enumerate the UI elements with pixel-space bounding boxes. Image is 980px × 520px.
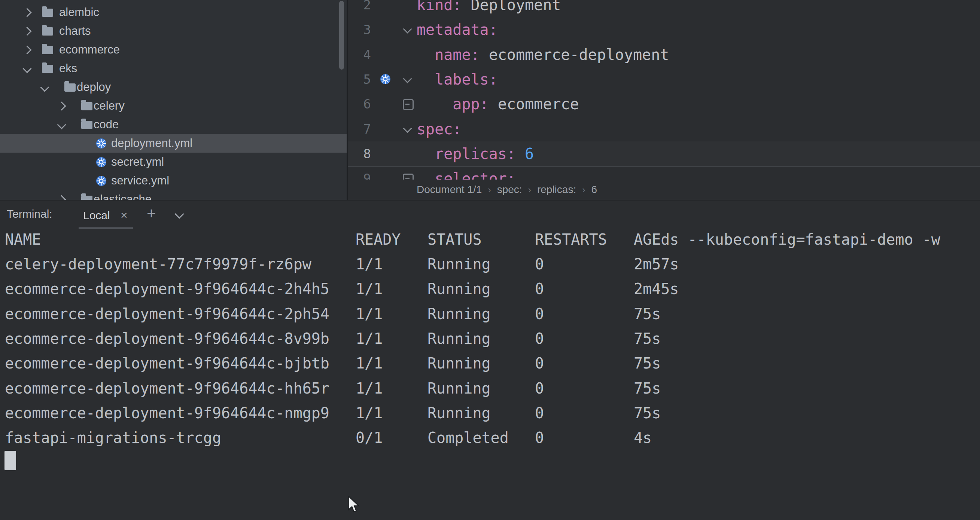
code-text: labels:: [434, 67, 498, 92]
editor-panel[interactable]: 2kind: Deployment3metadata:4name: ecomme…: [348, 0, 980, 200]
fold-chevron-icon[interactable]: [403, 25, 412, 34]
terminal-cell: 0: [535, 301, 544, 326]
terminal-cell: 0: [535, 326, 544, 351]
terminal-header-cell: READY: [356, 227, 401, 252]
terminal-output[interactable]: NAMEREADYSTATUSRESTARTSAGEds --kubeconfi…: [0, 201, 980, 520]
kubernetes-gutter-icon[interactable]: [380, 74, 391, 84]
terminal-row: ecommerce-deployment-9f964644c-2h4h51/1R…: [0, 276, 980, 301]
terminal-cell: 0: [535, 376, 544, 401]
terminal-cell: 1/1: [356, 351, 383, 376]
folder-icon: [81, 102, 92, 110]
terminal-cell: 1/1: [356, 401, 383, 425]
terminal-cell: ecommerce-deployment-9f964644c-hh65r: [5, 376, 329, 401]
collapse-chevron-icon[interactable]: [40, 83, 49, 92]
editor-line-3[interactable]: 3metadata:: [348, 17, 980, 42]
yaml-token-plain: Deployment: [461, 0, 561, 13]
fold-chevron-icon[interactable]: [403, 74, 412, 83]
terminal-cell: ecommerce-deployment-9f964644c-nmgp9: [5, 401, 329, 425]
yaml-token-key: name:: [434, 46, 479, 63]
terminal-row: ecommerce-deployment-9f964644c-2ph541/1R…: [0, 301, 980, 326]
expand-chevron-icon[interactable]: [57, 101, 66, 110]
terminal-cell: 4s: [634, 425, 652, 450]
editor-line-5[interactable]: 5labels:: [348, 67, 980, 92]
breadcrumb: Document 1/1›spec:›replicas:›6: [348, 179, 980, 200]
yaml-token-key: kind:: [417, 0, 461, 13]
terminal-cell: 1/1: [356, 252, 383, 276]
terminal-cell: 0: [535, 252, 544, 276]
terminal-panel[interactable]: Terminal: Local × + NAMEREADYSTATUSRESTA…: [0, 200, 980, 520]
tree-item-label: charts: [59, 22, 91, 40]
breadcrumb-item[interactable]: replicas:: [537, 184, 576, 195]
line-number: 5: [348, 67, 371, 92]
tree-item-eks[interactable]: eks: [0, 59, 347, 78]
terminal-header-cell: NAME: [5, 227, 41, 252]
tree-item-label: code: [94, 115, 119, 134]
expand-chevron-icon[interactable]: [22, 45, 32, 54]
collapse-chevron-icon[interactable]: [57, 120, 66, 129]
terminal-cursor-block: [5, 451, 16, 470]
breadcrumb-item[interactable]: spec:: [497, 184, 522, 195]
tree-item-label: deploy: [77, 78, 111, 97]
terminal-cell: 1/1: [356, 301, 383, 326]
tree-item-alembic[interactable]: alembic: [0, 3, 347, 22]
tree-item-code[interactable]: code: [0, 115, 347, 134]
tree-item-celery[interactable]: celery: [0, 97, 347, 115]
tree-item-label: elasticache: [94, 190, 152, 200]
tree-item-label: secret.yml: [111, 153, 164, 171]
editor-code-area[interactable]: 2kind: Deployment3metadata:4name: ecomme…: [348, 0, 980, 179]
terminal-cell: Running: [428, 252, 491, 276]
tree-item-label: alembic: [59, 3, 99, 22]
breadcrumb-item[interactable]: 6: [592, 184, 597, 195]
fold-region-icon[interactable]: [403, 99, 414, 110]
editor-line-7[interactable]: 7spec:: [348, 117, 980, 141]
terminal-cell: ecommerce-deployment-9f964644c-2ph54: [5, 301, 329, 326]
code-text: app: ecommerce: [453, 92, 579, 116]
editor-line-4[interactable]: 4name: ecommerce-deployment: [348, 42, 980, 67]
kubernetes-file-icon: [96, 138, 107, 149]
expand-chevron-icon[interactable]: [22, 27, 32, 35]
tree-item-charts[interactable]: charts: [0, 22, 347, 40]
terminal-cell: 0: [535, 425, 544, 450]
fold-region-icon[interactable]: [403, 174, 414, 179]
terminal-cell: Running: [428, 376, 491, 401]
yaml-token-key: spec:: [417, 120, 461, 138]
ide-window: alembicchartsecommerceeksdeploycelerycod…: [0, 0, 980, 520]
terminal-header-cell: AGEds --kubeconfig=fastapi-demo -w: [634, 227, 940, 252]
terminal-cell: Running: [428, 276, 491, 301]
tree-item-secret.yml[interactable]: secret.yml: [0, 153, 347, 171]
tree-item-label: eks: [59, 59, 77, 78]
folder-icon: [64, 83, 76, 92]
yaml-token-key: app:: [453, 95, 488, 113]
terminal-row: fastapi-migrations-trcgg0/1Completed04s: [0, 425, 980, 450]
collapse-chevron-icon[interactable]: [22, 64, 32, 73]
breadcrumb-separator: ›: [528, 184, 531, 195]
terminal-cell: 75s: [634, 301, 661, 326]
breadcrumb-item[interactable]: Document 1/1: [417, 184, 482, 195]
expand-chevron-icon[interactable]: [57, 195, 66, 200]
folder-icon: [42, 27, 53, 35]
yaml-token-key: selector:: [434, 170, 516, 179]
tree-item-service.yml[interactable]: service.yml: [0, 171, 347, 190]
tree-scrollbar[interactable]: [339, 1, 344, 70]
tree-item-deployment.yml[interactable]: deployment.yml: [0, 134, 347, 153]
tree-item-deploy[interactable]: deploy: [0, 78, 347, 97]
expand-chevron-icon[interactable]: [22, 8, 32, 17]
fold-chevron-icon[interactable]: [403, 124, 412, 133]
editor-line-6[interactable]: 6app: ecommerce: [348, 92, 980, 116]
tree-item-label: celery: [94, 97, 125, 115]
terminal-row: celery-deployment-77c7f9979f-rz6pw1/1Run…: [0, 252, 980, 276]
code-text: name: ecommerce-deployment: [434, 42, 669, 67]
code-text: metadata:: [417, 17, 498, 42]
project-tree-panel[interactable]: alembicchartsecommerceeksdeploycelerycod…: [0, 0, 347, 200]
folder-icon: [81, 121, 92, 129]
tree-item-elasticache[interactable]: elasticache: [0, 190, 347, 200]
terminal-cell: celery-deployment-77c7f9979f-rz6pw: [5, 252, 312, 276]
code-text: replicas: 6: [434, 141, 534, 166]
tree-item-ecommerce[interactable]: ecommerce: [0, 40, 347, 59]
breadcrumb-separator: ›: [582, 184, 585, 195]
editor-line-8[interactable]: 8replicas: 6: [348, 141, 980, 167]
folder-icon: [42, 9, 53, 17]
editor-line-9[interactable]: 9selector:: [348, 166, 980, 179]
line-number: 9: [348, 166, 371, 179]
editor-line-2[interactable]: 2kind: Deployment: [348, 0, 980, 17]
